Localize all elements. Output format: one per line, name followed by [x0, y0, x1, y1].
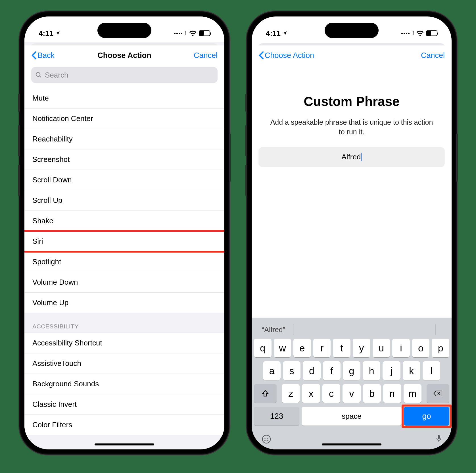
svg-rect-7 — [438, 435, 440, 439]
key-n[interactable]: n — [383, 384, 401, 403]
wifi-icon — [416, 30, 424, 36]
svg-point-5 — [265, 438, 266, 439]
action-row-scroll-up[interactable]: Scroll Up — [24, 190, 224, 211]
key-k[interactable]: k — [403, 361, 420, 380]
action-row-notification-center[interactable]: Notification Center — [24, 109, 224, 129]
key-r[interactable]: r — [313, 339, 331, 357]
cancel-button[interactable]: Cancel — [194, 51, 218, 60]
key-i[interactable]: i — [392, 339, 410, 357]
cancel-button[interactable]: Cancel — [421, 51, 445, 60]
delete-key[interactable] — [427, 384, 449, 403]
svg-line-1 — [39, 76, 41, 77]
back-button[interactable]: Back — [31, 51, 55, 60]
nav-bar: Back Choose Action Cancel — [24, 45, 224, 65]
battery-icon — [426, 30, 437, 36]
home-indicator[interactable] — [95, 443, 154, 445]
key-v[interactable]: v — [343, 384, 360, 403]
phone-right: 4:11 ! Choose Action Cancel Custom Phras… — [247, 11, 457, 455]
action-row-color-filters[interactable]: Color Filters — [24, 415, 224, 435]
nav-bar: Choose Action Cancel — [252, 45, 452, 65]
search-placeholder: Search — [45, 71, 68, 80]
action-row-volume-up[interactable]: Volume Up — [24, 293, 224, 313]
back-label: Back — [37, 51, 55, 60]
key-j[interactable]: j — [383, 361, 400, 380]
action-row-scroll-down[interactable]: Scroll Down — [24, 170, 224, 190]
screen-right: 4:11 ! Choose Action Cancel Custom Phras… — [252, 16, 452, 449]
key-z[interactable]: z — [282, 384, 300, 403]
phrase-value: Alfred — [342, 153, 361, 161]
nav-title: Choose Action — [97, 51, 151, 60]
key-b[interactable]: b — [363, 384, 381, 403]
action-row-shake[interactable]: Shake — [24, 211, 224, 231]
phone-left: 4:11 ! Back Choose Action Cancel — [19, 11, 229, 455]
prediction-1[interactable]: “Alfred” — [261, 324, 286, 336]
key-g[interactable]: g — [343, 361, 360, 380]
key-c[interactable]: c — [322, 384, 340, 403]
home-indicator[interactable] — [322, 443, 381, 445]
space-key[interactable]: space — [302, 407, 402, 426]
svg-point-0 — [36, 72, 40, 76]
key-p[interactable]: p — [432, 339, 449, 357]
phrase-input[interactable]: Alfred — [258, 147, 445, 167]
svg-point-6 — [268, 438, 268, 439]
page-title: Custom Phrase — [252, 94, 452, 109]
cellular-signal-icon: ! — [174, 30, 187, 37]
location-icon — [282, 31, 287, 36]
action-row-background-sounds[interactable]: Background Sounds — [24, 374, 224, 394]
wifi-icon — [189, 30, 197, 36]
key-f[interactable]: f — [323, 361, 341, 380]
key-t[interactable]: t — [333, 339, 350, 357]
shift-key[interactable] — [254, 384, 277, 403]
action-row-mute[interactable]: Mute — [24, 88, 224, 109]
action-list: MuteNotification CenterReachabilityScree… — [24, 88, 224, 449]
key-w[interactable]: w — [274, 339, 291, 357]
key-s[interactable]: s — [283, 361, 300, 380]
key-u[interactable]: u — [373, 339, 390, 357]
screen-left: 4:11 ! Back Choose Action Cancel — [24, 16, 224, 449]
status-time: 4:11 — [266, 29, 281, 38]
prediction-bar[interactable]: “Alfred” — [254, 320, 449, 339]
status-time: 4:11 — [39, 29, 53, 38]
go-key[interactable]: go — [404, 407, 449, 426]
action-row-accessibility-shortcut[interactable]: Accessibility Shortcut — [24, 333, 224, 353]
keyboard: “Alfred” qwertyuiop asdfghjkl zxcvbnm 12… — [252, 318, 452, 449]
action-row-volume-down[interactable]: Volume Down — [24, 272, 224, 293]
cellular-signal-icon: ! — [401, 30, 414, 37]
svg-point-4 — [262, 435, 270, 443]
action-row-siri[interactable]: Siri — [24, 231, 224, 252]
dynamic-island — [325, 23, 379, 38]
key-o[interactable]: o — [412, 339, 430, 357]
dynamic-island — [97, 23, 151, 38]
dictation-key[interactable] — [435, 434, 442, 444]
key-e[interactable]: e — [293, 339, 311, 357]
action-row-classic-invert[interactable]: Classic Invert — [24, 394, 224, 415]
key-a[interactable]: a — [263, 361, 281, 380]
location-icon — [55, 31, 60, 36]
action-row-reachability[interactable]: Reachability — [24, 129, 224, 149]
key-y[interactable]: y — [353, 339, 370, 357]
action-row-assistivetouch[interactable]: AssistiveTouch — [24, 353, 224, 374]
back-label: Choose Action — [265, 51, 314, 60]
key-h[interactable]: h — [363, 361, 380, 380]
key-l[interactable]: l — [423, 361, 440, 380]
section-header-accessibility: ACCESSIBILITY — [24, 313, 224, 333]
key-x[interactable]: x — [302, 384, 320, 403]
numbers-key[interactable]: 123 — [254, 407, 299, 426]
action-row-spotlight[interactable]: Spotlight — [24, 252, 224, 272]
action-row-screenshot[interactable]: Screenshot — [24, 149, 224, 170]
text-caret — [361, 153, 362, 161]
page-subtitle: Add a speakable phrase that is unique to… — [269, 118, 435, 137]
battery-icon — [199, 30, 210, 36]
search-input[interactable]: Search — [31, 67, 218, 83]
key-m[interactable]: m — [404, 384, 421, 403]
back-button[interactable]: Choose Action — [258, 51, 314, 60]
emoji-key[interactable] — [261, 434, 272, 445]
key-d[interactable]: d — [303, 361, 320, 380]
key-q[interactable]: q — [254, 339, 272, 357]
